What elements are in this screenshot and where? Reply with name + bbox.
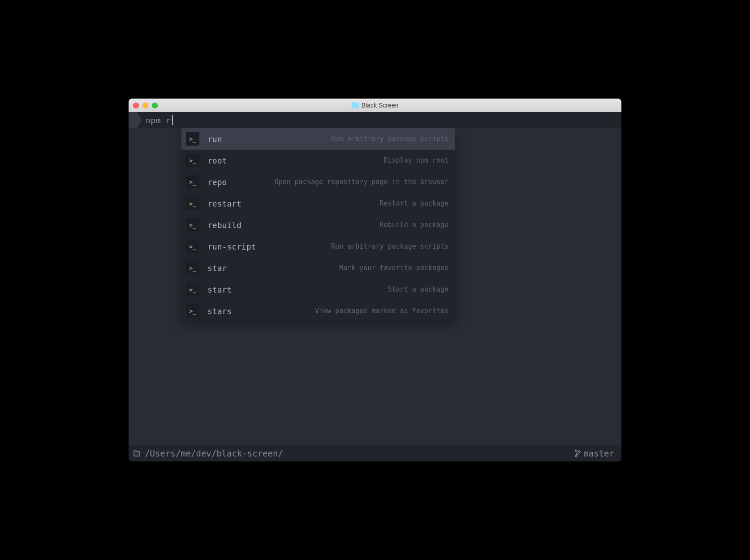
suggestion-command: star: [207, 263, 227, 273]
suggestion-description: Mark your favorite packages: [339, 264, 448, 272]
suggestion-description: Start a package: [388, 285, 448, 293]
statusbar: /Users/me/dev/black-screen/ master: [129, 445, 621, 461]
command-icon: >_: [186, 261, 199, 275]
prompt-line: npm r: [129, 112, 621, 128]
suggestion-item[interactable]: >_startStart a package: [181, 279, 455, 300]
suggestion-command: rebuild: [207, 220, 241, 230]
status-cwd[interactable]: /Users/me/dev/black-screen/: [133, 448, 283, 458]
terminal-body[interactable]: npm r >_runRun arbitrary package scripts…: [129, 112, 621, 445]
maximize-button[interactable]: [152, 103, 158, 108]
command-icon: >_: [186, 218, 199, 232]
traffic-lights: [133, 103, 158, 108]
suggestion-description: Restart a package: [379, 199, 448, 207]
suggestion-item[interactable]: >_starMark your favorite packages: [181, 257, 455, 279]
command-icon: >_: [186, 154, 199, 167]
suggestion-command: start: [207, 285, 232, 294]
suggestion-command: repo: [207, 177, 227, 187]
command-icon: >_: [186, 240, 199, 253]
command-icon: >_: [186, 304, 199, 318]
status-branch[interactable]: master: [574, 448, 614, 458]
prompt-chevron-icon: [129, 112, 142, 128]
suggestion-command: run-script: [207, 242, 256, 251]
folder-icon: [352, 103, 359, 108]
git-branch-icon: [574, 449, 581, 457]
suggestion-description: View packages marked as favorites: [315, 307, 448, 315]
directory-icon: [133, 450, 140, 457]
titlebar[interactable]: Black Screen: [129, 99, 621, 112]
suggestion-description: Rebuild a package: [379, 221, 448, 229]
command-icon: >_: [186, 197, 199, 210]
svg-point-2: [575, 455, 577, 457]
branch-text: master: [583, 448, 614, 458]
suggestion-description: Run arbitrary package scripts: [331, 135, 448, 143]
close-button[interactable]: [133, 103, 139, 108]
command-icon: >_: [186, 175, 199, 189]
command-icon: >_: [186, 132, 199, 146]
svg-point-3: [578, 451, 580, 452]
suggestion-item[interactable]: >_rootDisplay npm root: [181, 150, 455, 171]
suggestion-description: Run arbitrary package scripts: [331, 242, 448, 250]
app-window: Black Screen npm r >_runRun arbitrary pa…: [129, 99, 621, 461]
suggestion-item[interactable]: >_restartRestart a package: [181, 193, 455, 214]
command-icon: >_: [186, 283, 199, 296]
suggestion-item[interactable]: >_rebuildRebuild a package: [181, 214, 455, 236]
window-title: Black Screen: [352, 102, 398, 109]
cwd-text: /Users/me/dev/black-screen/: [145, 448, 283, 458]
prompt-input[interactable]: npm r: [146, 115, 173, 125]
window-title-text: Black Screen: [362, 102, 398, 109]
suggestion-command: run: [207, 134, 222, 144]
suggestion-item[interactable]: >_starsView packages marked as favorites: [181, 300, 455, 322]
suggestion-command: stars: [207, 306, 232, 316]
svg-point-1: [575, 450, 577, 452]
suggestion-description: Display npm root: [384, 156, 449, 164]
suggestion-command: restart: [207, 199, 241, 208]
suggestion-item[interactable]: >_runRun arbitrary package scripts: [181, 128, 455, 150]
svg-marker-0: [129, 112, 142, 128]
suggestion-description: Open package repository page in the brow…: [275, 178, 448, 186]
suggestion-item[interactable]: >_repoOpen package repository page in th…: [181, 171, 455, 193]
text-cursor: [172, 115, 173, 125]
suggestion-item[interactable]: >_run-scriptRun arbitrary package script…: [181, 236, 455, 257]
prompt-input-text: npm r: [146, 116, 171, 125]
suggestion-command: root: [207, 156, 227, 165]
autocomplete-popup: >_runRun arbitrary package scripts>_root…: [181, 128, 455, 322]
minimize-button[interactable]: [142, 103, 148, 108]
